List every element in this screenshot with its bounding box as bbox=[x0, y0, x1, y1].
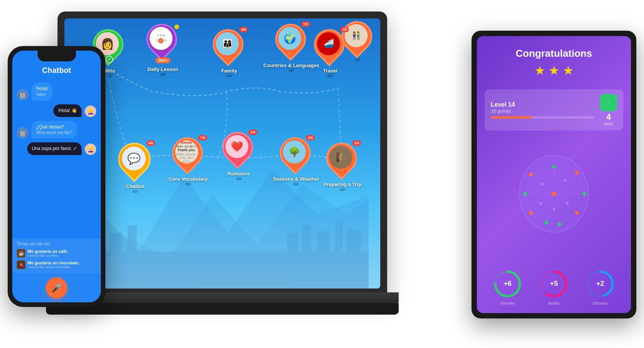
tablet-header: Congratulations ★ ★ ★ bbox=[477, 36, 631, 86]
svg-point-36 bbox=[529, 211, 533, 215]
tablet-body: Congratulations ★ ★ ★ Level 14 20 points bbox=[472, 31, 636, 318]
svg-point-43 bbox=[523, 192, 527, 196]
streak-label: days bbox=[600, 121, 617, 126]
phone-notch bbox=[38, 51, 76, 61]
pin-chatbot-label: Chatbot bbox=[126, 183, 145, 189]
mic-button[interactable]: 🎤 bbox=[46, 277, 67, 299]
tablet-level-bar: Level 14 20 points ✓ 4 bbox=[485, 89, 623, 130]
stat-phrases-ring: +2 bbox=[585, 269, 616, 299]
level-progress-bar bbox=[491, 116, 594, 119]
svg-point-45 bbox=[564, 179, 567, 181]
stat-words-label: words bbox=[548, 301, 559, 305]
user-avatar-2: 👱‍♀️ bbox=[85, 143, 96, 155]
pin-family[interactable]: 👨‍👩‍👧 4/8 Family bbox=[213, 29, 245, 78]
svg-point-40 bbox=[583, 192, 586, 196]
pin-seasons[interactable]: 🌳 5/8 Seasons & Weather bbox=[273, 137, 319, 186]
stat-words: +5 words bbox=[539, 269, 569, 305]
pin-countries-label: Countries & Languages bbox=[263, 63, 319, 68]
pin-preparing-badge: 4/8 bbox=[352, 140, 361, 146]
stat-minutes-value: +6 bbox=[504, 280, 512, 288]
svg-rect-2 bbox=[64, 251, 369, 289]
tablet-screen: Congratulations ★ ★ ★ Level 14 20 points bbox=[477, 36, 631, 313]
svg-rect-11 bbox=[347, 229, 361, 251]
level-progress-fill bbox=[491, 116, 532, 119]
pin-vocab-badge: 7/8 bbox=[198, 135, 207, 140]
level-points: 20 points bbox=[491, 108, 594, 114]
chat-message-1: 🤖 !Hola! Hello! bbox=[17, 82, 96, 101]
svg-rect-7 bbox=[287, 233, 298, 251]
suggestion-2[interactable]: 🍫 Me gustaría un chocolate. I would like… bbox=[17, 259, 96, 270]
phone-body: Chatbot 🤖 !Hola! Hello! 👱‍♀️ bbox=[8, 46, 105, 307]
pin-daily-lesson[interactable]: T F S 1 2 3 Start Daily Lesson bbox=[146, 24, 179, 76]
svg-point-41 bbox=[558, 223, 562, 226]
svg-point-42 bbox=[544, 221, 548, 224]
pin-travel-badge: 3/8 bbox=[340, 27, 349, 32]
suggestion-1[interactable]: ☕ Me gustaría un café. I would like a co… bbox=[17, 247, 96, 259]
pin-travel-label: Travel bbox=[323, 68, 338, 74]
svg-point-39 bbox=[552, 165, 556, 169]
svg-point-37 bbox=[575, 211, 579, 215]
pin-romance-label: Romance bbox=[227, 171, 250, 176]
stat-phrases: +2 phrases bbox=[585, 269, 616, 305]
pin-romance[interactable]: ❤️ 3/8 Romance bbox=[222, 132, 255, 180]
stat-words-value: +5 bbox=[550, 280, 558, 288]
stat-phrases-label: phrases bbox=[593, 301, 608, 305]
laptop-device: 👩 ✓ Hello T F S 1 2 3 bbox=[58, 12, 391, 326]
suggestion-2-text: Me gustaría un chocolate. I would like s… bbox=[28, 261, 79, 269]
suggestion-1-text: Me gustaría un café. I would like a coff… bbox=[28, 249, 68, 257]
main-scene: 👩 ✓ Hello T F S 1 2 3 bbox=[0, 0, 644, 348]
phone-screen: Chatbot 🤖 !Hola! Hello! 👱‍♀️ bbox=[12, 51, 101, 302]
star-3: ★ bbox=[563, 63, 574, 78]
svg-rect-8 bbox=[302, 225, 311, 251]
pin-countries-badge: 2/8 bbox=[301, 21, 310, 27]
stat-minutes-ring: +6 bbox=[492, 269, 523, 299]
user-avatar-1: 👱‍♀️ bbox=[85, 106, 96, 117]
chat-bubble-4: Una sopa por favor. ✓ bbox=[27, 142, 82, 155]
pin-preparing-label: Preparing a Trip bbox=[324, 181, 361, 187]
svg-point-34 bbox=[529, 173, 533, 176]
svg-point-47 bbox=[566, 202, 568, 205]
tablet-stats: +6 minutes +5 bbox=[477, 261, 631, 313]
pin-daily-label: Daily Lesson bbox=[148, 66, 178, 72]
pin-countries[interactable]: 🌍 2/8 Countries & Languages bbox=[263, 24, 319, 72]
phone-suggestions: Things you can say: ☕ Me gustaría un caf… bbox=[12, 239, 101, 274]
pin-chatbot-badge: 4/8 bbox=[146, 140, 155, 146]
streak-number: 4 bbox=[600, 113, 617, 121]
svg-rect-6 bbox=[128, 225, 137, 251]
pin-seasons-label: Seasons & Weather bbox=[273, 176, 319, 182]
brain-svg bbox=[500, 144, 608, 251]
pin-preparing[interactable]: 🧗 4/8 Preparing a Trip bbox=[324, 143, 361, 191]
tablet-stars: ★ ★ ★ bbox=[485, 63, 623, 78]
tablet-brain bbox=[485, 134, 623, 261]
level-title: Level 14 bbox=[491, 101, 594, 108]
chat-bubble-3: ¿Qué desea? What would you like? bbox=[31, 121, 77, 139]
svg-point-44 bbox=[541, 183, 544, 185]
chat-message-3: 🤖 ¿Qué desea? What would you like? bbox=[17, 121, 96, 139]
chat-bubble-2: !Hola! 👋 bbox=[53, 104, 82, 117]
phone-device: Chatbot 🤖 !Hola! Hello! 👱‍♀️ bbox=[8, 46, 105, 307]
stat-minutes: +6 minutes bbox=[492, 269, 523, 305]
pin-hello-shadow bbox=[106, 74, 112, 78]
pin-core-vocab[interactable]: Gracias. Danke. 감사합니다 Thank you. 谢谢你. Сп… bbox=[169, 137, 208, 186]
pin-family-label: Family bbox=[221, 68, 237, 74]
pin-family-badge: 4/8 bbox=[239, 27, 248, 32]
chat-message-4: 👱‍♀️ Una sopa por favor. ✓ bbox=[17, 142, 96, 155]
suggestion-2-icon: 🍫 bbox=[17, 261, 25, 269]
svg-rect-9 bbox=[317, 231, 330, 251]
phone-chat-area: 🤖 !Hola! Hello! 👱‍♀️ !Hola! 👋 bbox=[12, 79, 101, 239]
streak-badge: ✓ bbox=[600, 94, 617, 111]
level-info: Level 14 20 points bbox=[491, 101, 594, 119]
phone-mic-bar: 🎤 bbox=[12, 274, 101, 302]
tablet-device: Congratulations ★ ★ ★ Level 14 20 points bbox=[472, 31, 636, 318]
svg-point-38 bbox=[552, 191, 556, 196]
pin-vocab-label: Core Vocabulary bbox=[169, 176, 208, 182]
chat-bubble-1: !Hola! Hello! bbox=[31, 82, 53, 101]
pin-chatbot[interactable]: 💬 4/8 Chatbot bbox=[118, 143, 153, 193]
laptop-body: 👩 ✓ Hello T F S 1 2 3 bbox=[58, 12, 387, 295]
svg-point-35 bbox=[575, 171, 579, 175]
bot-avatar-2: 🤖 bbox=[17, 127, 28, 139]
stat-phrases-value: +2 bbox=[596, 280, 604, 288]
stat-words-ring: +5 bbox=[539, 269, 569, 299]
star-1: ★ bbox=[534, 63, 545, 78]
chat-message-2: 👱‍♀️ !Hola! 👋 bbox=[17, 104, 96, 117]
